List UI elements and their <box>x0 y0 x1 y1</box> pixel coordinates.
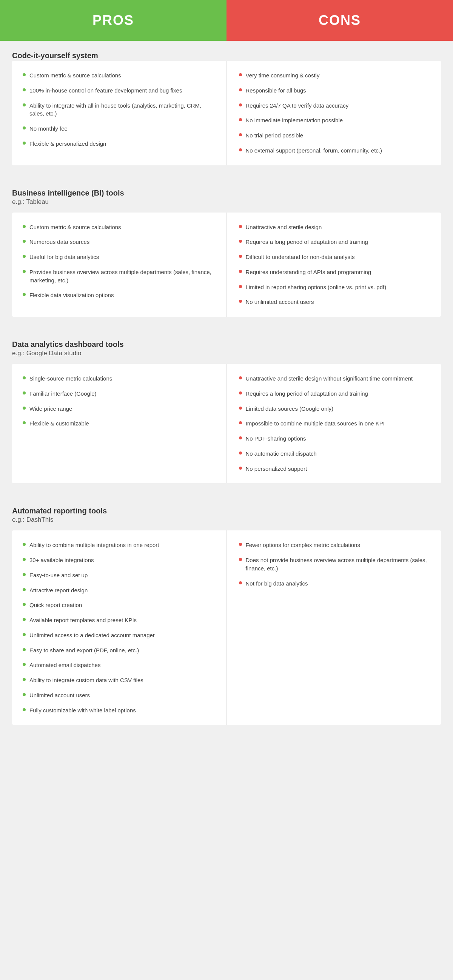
cons-col-1: Unattractive and sterile designRequires … <box>227 213 441 317</box>
green-dot-icon <box>23 693 25 696</box>
red-dot-icon <box>239 225 242 228</box>
green-dot-icon <box>23 73 25 76</box>
sections-container: Code-it-yourself systemCustom metric & s… <box>0 41 453 738</box>
green-dot-icon <box>23 588 25 591</box>
pros-item-3-0: Ability to combine multiple integrations… <box>23 541 215 549</box>
section-subtitle-3: e.g.: DashThis <box>12 516 441 523</box>
cons-col-2: Unattractive and sterile design without … <box>227 364 441 483</box>
red-dot-icon <box>239 581 242 584</box>
cons-item-text: Not for big data analytics <box>246 579 308 588</box>
cons-header: CONS <box>227 0 453 41</box>
cons-item-text: Limited in report sharing options (onlin… <box>246 283 386 291</box>
section-wrapper-0: Code-it-yourself systemCustom metric & s… <box>0 41 453 178</box>
cons-item-text: Requires 24/7 QA to verify data accuracy <box>246 102 349 110</box>
cons-item-2-5: No automatic email dispatch <box>239 450 431 458</box>
cons-item-text: No unlimited account users <box>246 298 314 306</box>
pros-item-text: Flexible & customizable <box>29 419 89 428</box>
cons-item-2-1: Requires a long period of adaptation and… <box>239 390 431 398</box>
cons-item-0-5: No external support (personal, forum, co… <box>239 146 431 155</box>
pros-item-text: Automated email dispatches <box>29 661 100 669</box>
cons-item-2-2: Limited data sources (Google only) <box>239 405 431 413</box>
green-dot-icon <box>23 88 25 91</box>
red-dot-icon <box>239 436 242 439</box>
red-dot-icon <box>239 148 242 151</box>
cons-item-1-4: Limited in report sharing options (onlin… <box>239 283 431 291</box>
section-title-3: Automated reporting tools <box>12 507 441 515</box>
cons-item-0-3: No immediate implementation possible <box>239 116 431 124</box>
green-dot-icon <box>23 663 25 666</box>
red-dot-icon <box>239 421 242 424</box>
pros-item-text: Fully customizable with white label opti… <box>29 706 136 714</box>
cons-item-text: Fewer options for complex metric calcula… <box>246 541 360 549</box>
green-dot-icon <box>23 618 25 621</box>
pros-item-3-7: Easy to share and export (PDF, online, e… <box>23 646 215 655</box>
pros-item-text: Useful for big data analytics <box>29 253 99 261</box>
cons-item-3-0: Fewer options for complex metric calcula… <box>239 541 431 549</box>
cons-item-text: Unattractive and sterile design <box>246 223 322 231</box>
cons-item-text: No external support (personal, forum, co… <box>246 146 382 155</box>
green-dot-icon <box>23 376 25 379</box>
pros-item-3-4: Quick report creation <box>23 601 215 609</box>
pros-item-1-3: Provides business overview across multip… <box>23 268 215 285</box>
pros-item-text: Easy to share and export (PDF, online, e… <box>29 646 139 655</box>
cons-item-1-3: Requires understanding of APIs and progr… <box>239 268 431 276</box>
section-wrapper-3: Automated reporting toolse.g.: DashThisA… <box>0 496 453 738</box>
cons-item-1-2: Difficult to understand for non-data ana… <box>239 253 431 261</box>
section-title-2: Data analytics dashboard tools <box>12 340 441 349</box>
pros-item-2-3: Flexible & customizable <box>23 419 215 428</box>
pros-item-0-2: Ability to integrate with all in-house t… <box>23 102 215 118</box>
cons-item-2-6: No personalized support <box>239 465 431 473</box>
red-dot-icon <box>239 73 242 76</box>
pros-item-3-5: Available report templates and preset KP… <box>23 616 215 624</box>
pros-col-3: Ability to combine multiple integrations… <box>12 530 227 725</box>
cons-item-2-3: Impossible to combine multiple data sour… <box>239 419 431 428</box>
cons-item-3-2: Not for big data analytics <box>239 579 431 588</box>
pros-item-3-6: Unlimited access to a dedicated account … <box>23 631 215 640</box>
pros-item-2-0: Single-source metric calculations <box>23 374 215 383</box>
green-dot-icon <box>23 708 25 711</box>
pros-item-1-1: Numerous data sources <box>23 238 215 246</box>
red-dot-icon <box>239 558 242 561</box>
section-title-1: Business intelligence (BI) tools <box>12 189 441 197</box>
pros-item-1-2: Useful for big data analytics <box>23 253 215 261</box>
pros-item-1-4: Flexible data visualization options <box>23 291 215 299</box>
section-subtitle-2: e.g.: Google Data studio <box>12 350 441 357</box>
pros-item-text: Wide price range <box>29 405 72 413</box>
pros-col-1: Custom metric & source calculationsNumer… <box>12 213 227 317</box>
pros-item-3-1: 30+ available integrations <box>23 556 215 564</box>
pros-item-text: 30+ available integrations <box>29 556 94 564</box>
pros-col-2: Single-source metric calculationsFamilia… <box>12 364 227 483</box>
green-dot-icon <box>23 103 25 107</box>
pros-item-text: Flexible & personalized design <box>29 140 106 148</box>
red-dot-icon <box>239 543 242 546</box>
green-dot-icon <box>23 225 25 228</box>
green-dot-icon <box>23 421 25 424</box>
pros-item-text: Unlimited account users <box>29 691 90 700</box>
pros-item-text: Ability to integrate with all in-house t… <box>29 102 215 118</box>
cons-item-2-4: No PDF-sharing options <box>239 434 431 443</box>
pros-item-3-8: Automated email dispatches <box>23 661 215 669</box>
section-wrapper-1: Business intelligence (BI) toolse.g.: Ta… <box>0 178 453 330</box>
pros-title: PROS <box>92 13 134 28</box>
cons-item-3-1: Does not provide business overview acros… <box>239 556 431 573</box>
green-dot-icon <box>23 407 25 410</box>
pros-item-text: Quick report creation <box>29 601 82 609</box>
cons-item-text: No trial period possible <box>246 131 304 140</box>
pros-item-2-1: Familiar interface (Google) <box>23 390 215 398</box>
card-3: Ability to combine multiple integrations… <box>12 530 441 725</box>
green-dot-icon <box>23 293 25 296</box>
red-dot-icon <box>239 452 242 455</box>
pros-item-2-2: Wide price range <box>23 405 215 413</box>
green-dot-icon <box>23 126 25 129</box>
cons-item-text: Does not provide business overview acros… <box>246 556 431 573</box>
pros-item-0-3: No monthly fee <box>23 124 215 133</box>
cons-title: CONS <box>319 13 361 28</box>
red-dot-icon <box>239 255 242 258</box>
red-dot-icon <box>239 103 242 107</box>
pros-col-0: Custom metric & source calculations100% … <box>12 61 227 165</box>
red-dot-icon <box>239 88 242 91</box>
pros-item-3-3: Attractive report design <box>23 586 215 595</box>
green-dot-icon <box>23 543 25 546</box>
cons-item-text: Requires a long period of adaptation and… <box>246 238 368 246</box>
cons-item-1-5: No unlimited account users <box>239 298 431 306</box>
